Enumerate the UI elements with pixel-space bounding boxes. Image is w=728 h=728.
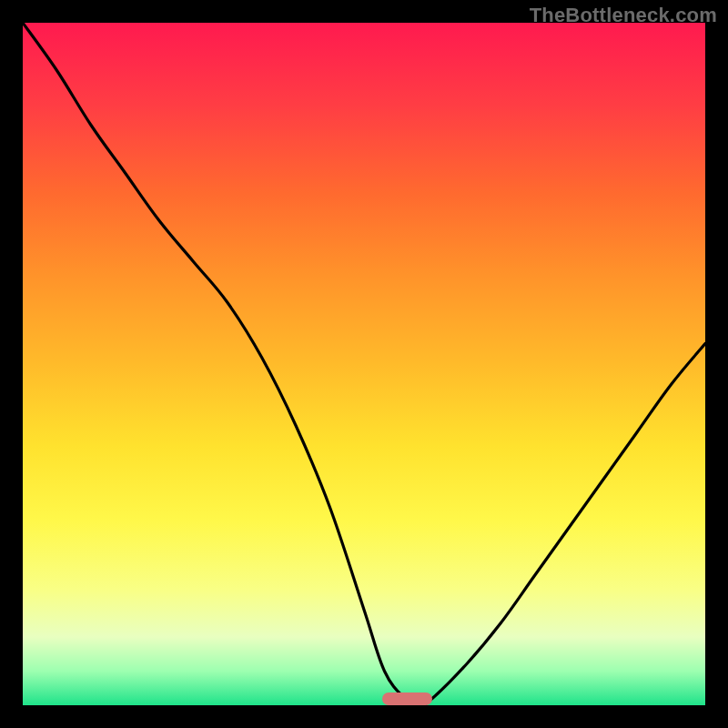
chart-stage: TheBottleneck.com: [0, 0, 728, 728]
bottleneck-curve: [23, 23, 705, 705]
plot-area: [23, 23, 705, 705]
attribution-text: TheBottleneck.com: [530, 4, 717, 27]
optimal-marker: [382, 693, 432, 705]
